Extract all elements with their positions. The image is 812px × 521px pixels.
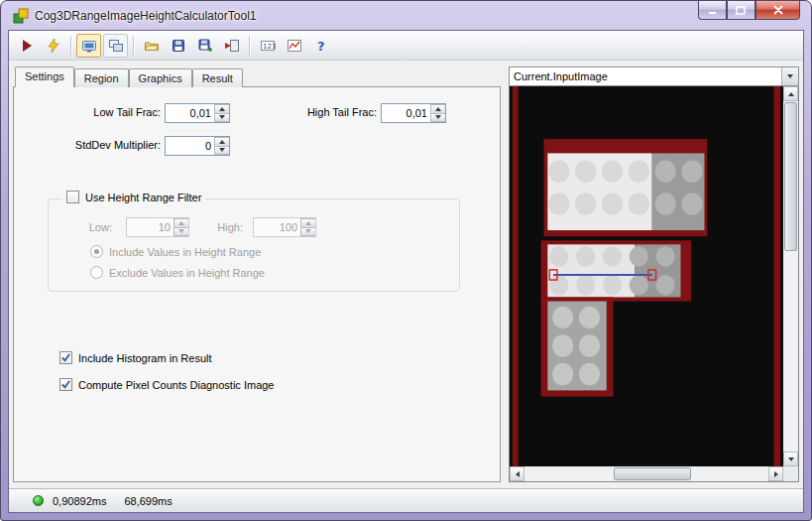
run-button[interactable] [14, 34, 39, 58]
tool-editor-window: Cog3DRangeImageHeightCalculatorTool1 [0, 0, 812, 521]
tab-graphics[interactable]: Graphics [129, 68, 192, 87]
arrow-up-icon [788, 92, 794, 96]
horizontal-scrollbar[interactable] [510, 466, 783, 481]
include-histogram-row: Include Histogram in Result [59, 351, 212, 364]
toolbar-separator [70, 36, 71, 56]
scroll-down-button[interactable] [783, 452, 798, 466]
save-results-button[interactable] [192, 34, 217, 58]
compute-pixel-counts-checkbox[interactable] [59, 378, 72, 391]
arrow-right-icon [774, 471, 778, 477]
include-histogram-checkbox[interactable] [59, 351, 72, 364]
settings-tabpage: Low Tail Frac: High Tail Frac: [13, 86, 501, 482]
settings-pane: Settings Region Graphics Result Low Tail… [13, 66, 501, 482]
check-icon [60, 379, 71, 390]
low-down-button [174, 228, 188, 237]
include-values-radio [90, 245, 103, 258]
include-histogram-label: Include Histogram in Result [78, 352, 212, 364]
arrow-down-icon [788, 457, 794, 461]
horizontal-scroll-thumb[interactable] [614, 467, 691, 480]
scroll-right-button[interactable] [768, 466, 783, 481]
maximize-icon [736, 6, 747, 15]
high-input [254, 218, 300, 236]
high-label: High: [205, 221, 243, 233]
scroll-up-button[interactable] [783, 86, 798, 101]
image-source-value: Current.InputImage [510, 70, 781, 82]
low-spinner [126, 217, 189, 237]
stddev-multiplier-down-button[interactable] [214, 147, 229, 156]
save-button[interactable] [166, 34, 190, 58]
low-tail-frac-input[interactable] [166, 104, 214, 122]
high-tail-frac-down-button[interactable] [430, 114, 445, 123]
toolbar-separator [133, 36, 134, 56]
exclude-values-radio [90, 266, 103, 279]
status-indicator-icon [33, 495, 44, 506]
arrow-left-icon [516, 471, 520, 477]
total-time: 68,699ms [124, 495, 172, 507]
high-down-button [300, 228, 315, 237]
scrollbar-corner [783, 466, 798, 481]
svg-text:?: ? [317, 39, 325, 54]
image-pane: Current.InputImage [509, 66, 799, 482]
stddev-multiplier-input[interactable] [166, 137, 214, 155]
window-title: Cog3DRangeImageHeightCalculatorTool1 [35, 9, 256, 23]
minimize-button[interactable] [698, 1, 727, 20]
svg-text:123: 123 [263, 43, 276, 51]
monitor-icon [81, 38, 97, 54]
expression-button[interactable]: 123 [255, 34, 280, 58]
graph-button[interactable] [282, 34, 306, 58]
toolbar-separator [249, 36, 250, 56]
close-button[interactable] [755, 1, 800, 20]
high-tail-frac-up-button[interactable] [430, 104, 445, 114]
tool-time: 0,90892ms [53, 495, 106, 507]
lightning-icon [46, 38, 61, 54]
low-label: Low: [78, 221, 112, 233]
floppy-icon [171, 38, 186, 54]
close-icon [773, 5, 783, 15]
low-tail-frac-down-button[interactable] [214, 114, 229, 123]
exclude-values-radio-row: Exclude Values in Height Range [90, 266, 265, 279]
floppy-plus-icon [197, 38, 213, 54]
image-source-combobox[interactable]: Current.InputImage [509, 66, 799, 86]
high-tail-frac-spinner [381, 103, 446, 123]
help-button[interactable]: ? [308, 34, 333, 58]
low-tail-frac-up-button[interactable] [214, 104, 229, 114]
exclude-values-label: Exclude Values in Height Range [109, 267, 265, 279]
display-toggle-button[interactable] [76, 34, 101, 58]
check-icon [60, 352, 71, 363]
play-icon [19, 38, 35, 54]
high-up-button [300, 218, 315, 228]
import-icon [224, 38, 240, 54]
monitor-stack-icon [108, 38, 124, 54]
vertical-scroll-thumb[interactable] [784, 102, 797, 251]
import-button[interactable] [219, 34, 244, 58]
toolbar: 123 ? [9, 31, 803, 61]
stddev-multiplier-up-button[interactable] [214, 137, 229, 147]
tab-result[interactable]: Result [192, 68, 243, 87]
include-values-radio-row: Include Values in Height Range [90, 245, 261, 258]
compute-pixel-counts-row: Compute Pixel Counts Diagnostic Image [59, 378, 274, 391]
low-tail-frac-spinner [165, 103, 230, 123]
high-tail-frac-input[interactable] [382, 104, 430, 122]
open-button[interactable] [139, 34, 164, 58]
combo-dropdown-button[interactable] [781, 67, 798, 85]
range-image-viewer[interactable] [509, 86, 799, 482]
minimize-icon [708, 6, 718, 15]
use-height-range-label: Use Height Range Filter [85, 192, 201, 203]
vertical-scrollbar[interactable] [783, 86, 798, 466]
tab-settings[interactable]: Settings [15, 66, 74, 87]
maximize-button[interactable] [727, 1, 755, 20]
calculator-123-icon: 123 [260, 38, 276, 54]
electric-run-button[interactable] [41, 34, 65, 58]
use-height-range-checkbox[interactable] [66, 191, 79, 203]
tab-region[interactable]: Region [74, 68, 129, 87]
compute-pixel-counts-label: Compute Pixel Counts Diagnostic Image [78, 379, 274, 391]
open-folder-icon [144, 38, 160, 54]
main-content: Settings Region Graphics Result Low Tail… [13, 66, 799, 482]
titlebar[interactable]: Cog3DRangeImageHeightCalculatorTool1 [1, 1, 811, 31]
high-spinner [253, 217, 316, 237]
chevron-down-icon [787, 74, 793, 78]
help-icon: ? [313, 38, 329, 54]
low-up-button [174, 218, 188, 228]
scroll-left-button[interactable] [510, 466, 524, 481]
buffer-toggle-button[interactable] [103, 34, 128, 58]
